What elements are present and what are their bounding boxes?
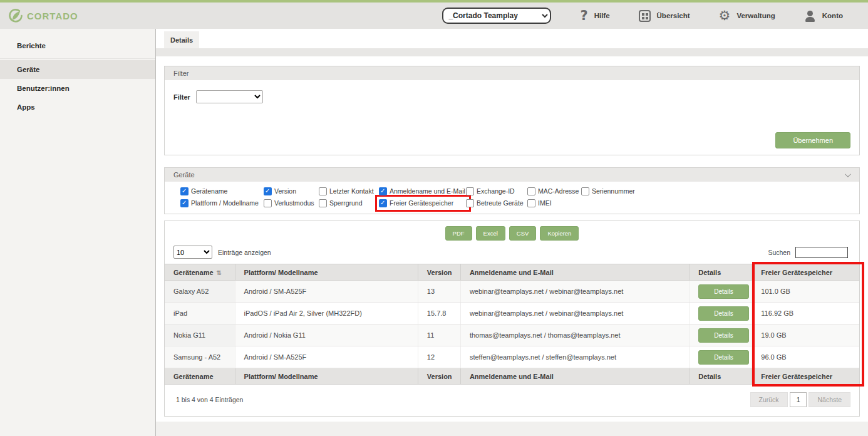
account-label: Konto bbox=[822, 12, 843, 19]
checkbox-geraetename[interactable]: Gerätename bbox=[180, 186, 264, 196]
sidebar-item-geraete[interactable]: Geräte bbox=[0, 60, 155, 79]
previous-page-button[interactable]: Zurück bbox=[750, 392, 788, 407]
checkbox-label: Anmeldename und E-Mail bbox=[390, 187, 465, 195]
cell-storage: 101.0 GB bbox=[752, 281, 859, 303]
column-header-details[interactable]: Details bbox=[690, 264, 752, 281]
checkbox-verlustmodus[interactable]: Verlustmodus bbox=[264, 198, 319, 208]
checkbox-checked-icon bbox=[264, 187, 272, 195]
table-row: iPad iPadOS / iPad Air 2, Silver (MH322F… bbox=[165, 303, 859, 324]
devices-table: Gerätename⇅ Plattform/ Modellname Versio… bbox=[165, 264, 859, 385]
chevron-down-icon[interactable] bbox=[845, 171, 851, 177]
cell-storage: 19.0 GB bbox=[752, 324, 859, 346]
cell-platform: Android / SM-A525F bbox=[235, 281, 418, 303]
checkbox-label: MAC-Adresse bbox=[538, 187, 579, 195]
cell-storage: 96.0 GB bbox=[752, 346, 859, 368]
cell-login: steffen@teamplays.net / steffen@teamplay… bbox=[460, 346, 689, 368]
excel-button[interactable]: Excel bbox=[476, 226, 505, 241]
checkbox-version[interactable]: Version bbox=[264, 186, 319, 196]
checkbox-mac-adresse[interactable]: MAC-Adresse bbox=[527, 186, 581, 196]
details-button[interactable]: Details bbox=[698, 328, 749, 343]
next-page-button[interactable]: Nächste bbox=[809, 392, 850, 407]
column-header-geraetename[interactable]: Gerätename⇅ bbox=[165, 264, 235, 281]
apply-button[interactable]: Übernehmen bbox=[775, 132, 850, 148]
page-size-select[interactable]: 10 bbox=[173, 246, 212, 259]
cell-login: thomas@teamplays.net / thomas@teamplays.… bbox=[460, 324, 689, 346]
table-row: Nokia G11 Android / Nokia G11 11 thomas@… bbox=[165, 324, 859, 346]
checkbox-checked-icon bbox=[379, 187, 387, 195]
devices-table-panel: PDF Excel CSV Kopieren 10 Einträge anzei… bbox=[164, 221, 860, 417]
tab-details[interactable]: Details bbox=[164, 31, 199, 48]
checkbox-unchecked-icon bbox=[319, 187, 327, 195]
column-checkbox-grid: Gerätename Plattform / Modellname Versio… bbox=[165, 182, 859, 214]
sidebar-item-berichte[interactable]: Berichte bbox=[0, 34, 155, 59]
devices-columns-panel: Geräte Gerätename Plattform / Modellname… bbox=[164, 167, 860, 214]
column-header-speicher[interactable]: Freier Gerätespeicher bbox=[752, 264, 859, 281]
checkbox-freier-geraetespeicher[interactable]: Freier Gerätespeicher bbox=[375, 195, 471, 212]
tenant-select[interactable]: _Cortado Teamplay bbox=[442, 8, 551, 24]
checkbox-unchecked-icon bbox=[319, 199, 327, 207]
checkbox-checked-icon bbox=[180, 199, 189, 207]
footer-header-geraetename: Gerätename bbox=[165, 368, 235, 385]
cell-version: 13 bbox=[418, 281, 460, 303]
entries-info: 1 bis 4 von 4 Einträgen bbox=[176, 396, 243, 403]
csv-button[interactable]: CSV bbox=[509, 226, 537, 241]
cell-version: 11 bbox=[418, 324, 460, 346]
sidebar-item-benutzer[interactable]: Benutzer:innen bbox=[0, 79, 155, 98]
overview-label: Übersicht bbox=[657, 12, 690, 19]
main-content: Details Filter Filter Übernehmen Geräte bbox=[156, 29, 868, 436]
cell-name: Nokia G11 bbox=[165, 324, 235, 346]
checkbox-imei[interactable]: IMEI bbox=[527, 198, 581, 208]
cell-name: iPad bbox=[165, 303, 235, 324]
bottom-strip bbox=[156, 422, 868, 436]
sort-icon[interactable]: ⇅ bbox=[217, 269, 222, 276]
column-header-plattform[interactable]: Plattform/ Modellname bbox=[235, 264, 418, 281]
account-menu[interactable]: Konto bbox=[804, 10, 843, 22]
checkbox-exchange-id[interactable]: Exchange-ID bbox=[466, 186, 527, 196]
copy-button[interactable]: Kopieren bbox=[540, 226, 579, 241]
cell-login: webinar@teamplays.net / webinar@teamplay… bbox=[460, 303, 689, 324]
pdf-button[interactable]: PDF bbox=[445, 226, 472, 241]
filter-select[interactable] bbox=[196, 90, 263, 103]
pagination: Zurück 1 Nächste bbox=[748, 392, 850, 407]
management-label: Verwaltung bbox=[736, 12, 775, 19]
devices-panel-header[interactable]: Geräte bbox=[165, 168, 859, 182]
checkbox-unchecked-icon bbox=[527, 187, 535, 195]
grid-icon bbox=[639, 10, 651, 22]
cell-platform: Android / Nokia G11 bbox=[235, 324, 418, 346]
checkbox-letzter-kontakt[interactable]: Letzter Kontakt bbox=[319, 186, 379, 196]
checkbox-unchecked-icon bbox=[581, 187, 589, 195]
checkbox-plattform-modellname[interactable]: Plattform / Modellname bbox=[180, 198, 264, 208]
checkbox-seriennummer[interactable]: Seriennummer bbox=[581, 186, 859, 196]
checkbox-label: Betreute Geräte bbox=[477, 199, 524, 207]
brand-logo: CORTADO bbox=[8, 8, 78, 23]
current-page-button[interactable]: 1 bbox=[790, 392, 807, 407]
details-button[interactable]: Details bbox=[698, 306, 749, 321]
cell-login: webinar@teamplays.net / webinar@teamplay… bbox=[460, 281, 689, 303]
sidebar: Berichte Geräte Benutzer:innen Apps bbox=[0, 29, 156, 436]
overview-menu[interactable]: Übersicht bbox=[639, 10, 690, 22]
checkbox-unchecked-icon bbox=[264, 199, 272, 207]
footer-header-plattform: Plattform/ Modellname bbox=[235, 368, 418, 385]
management-menu[interactable]: ⚙ Verwaltung bbox=[719, 9, 775, 23]
column-header-anmeldename[interactable]: Anmeldename und E-Mail bbox=[460, 264, 689, 281]
export-buttons: PDF Excel CSV Kopieren bbox=[165, 221, 859, 241]
details-button[interactable]: Details bbox=[698, 284, 749, 299]
sidebar-item-apps[interactable]: Apps bbox=[0, 98, 155, 117]
brand-name: CORTADO bbox=[27, 11, 78, 21]
checkbox-betreute-geraete[interactable]: Betreute Geräte bbox=[466, 198, 527, 208]
checkbox-unchecked-icon bbox=[527, 199, 535, 207]
table-row: Samsung - A52 Android / SM-A525F 12 stef… bbox=[165, 346, 859, 368]
cortado-leaf-icon bbox=[8, 8, 23, 23]
cell-storage: 116.92 GB bbox=[752, 303, 859, 324]
checkbox-label: Verlustmodus bbox=[274, 199, 314, 207]
details-button[interactable]: Details bbox=[698, 350, 749, 365]
checkbox-label: Gerätename bbox=[191, 187, 227, 195]
help-menu[interactable]: ? Hilfe bbox=[580, 9, 609, 23]
table-footer-row: Gerätename Plattform/ Modellname Version… bbox=[165, 368, 859, 385]
search-input[interactable] bbox=[795, 247, 848, 258]
checkbox-unchecked-icon bbox=[466, 187, 474, 195]
cell-version: 15.7.8 bbox=[418, 303, 460, 324]
column-header-version[interactable]: Version bbox=[418, 264, 460, 281]
checkbox-label: Freier Gerätespeicher bbox=[390, 199, 453, 207]
checkbox-sperrgrund[interactable]: Sperrgrund bbox=[319, 198, 379, 208]
